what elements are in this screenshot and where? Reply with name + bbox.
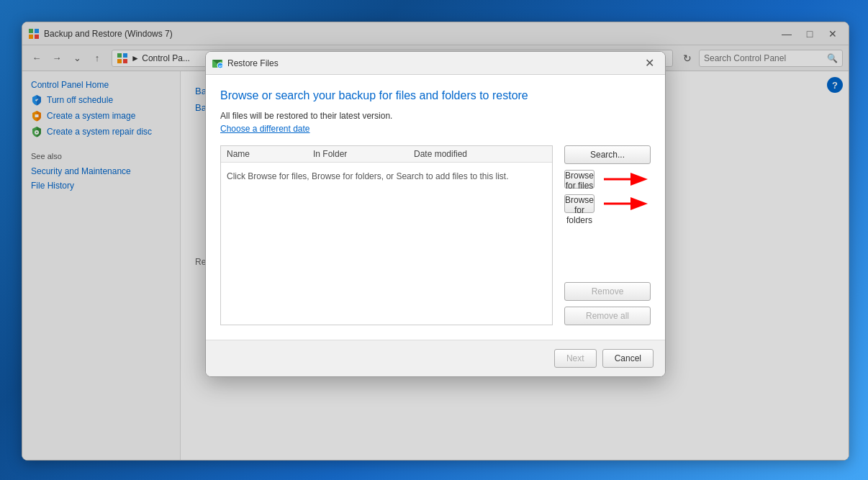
browse-folders-row: Browse for folders — [564, 194, 651, 213]
remove-button[interactable]: Remove — [564, 282, 651, 301]
file-list-header: Name In Folder Date modified — [221, 146, 552, 163]
next-button[interactable]: Next — [554, 349, 597, 368]
main-window: Backup and Restore (Windows 7) — □ ✕ ← →… — [22, 22, 849, 461]
dialog-body: Name In Folder Date modified Click Brows… — [220, 145, 651, 325]
dialog-close-button[interactable]: ✕ — [639, 56, 659, 71]
change-date-link[interactable]: Choose a different date — [220, 124, 310, 134]
restore-files-dialog: ↩ Restore Files ✕ Browse or search your … — [205, 51, 666, 377]
dialog-title: Restore Files — [227, 58, 639, 68]
col-name[interactable]: Name — [227, 149, 313, 159]
dialog-info: All files will be restored to their late… — [220, 111, 651, 121]
dialog-title-bar: ↩ Restore Files ✕ — [206, 52, 665, 75]
spacer — [564, 219, 651, 276]
remove-all-button[interactable]: Remove all — [564, 307, 651, 325]
browse-files-row: Browse for files — [564, 170, 651, 189]
dialog-footer: Next Cancel — [206, 340, 665, 376]
svg-text:↩: ↩ — [219, 64, 222, 68]
search-button[interactable]: Search... — [564, 145, 651, 164]
file-list: Name In Folder Date modified Click Brows… — [220, 145, 553, 325]
file-list-body: Click Browse for files, Browse for folde… — [221, 163, 552, 190]
browse-files-button[interactable]: Browse for files — [564, 170, 595, 189]
browse-folders-button[interactable]: Browse for folders — [564, 194, 595, 213]
modal-overlay: ↩ Restore Files ✕ Browse or search your … — [22, 22, 849, 460]
dialog-icon: ↩ — [212, 58, 223, 69]
dialog-content: Browse or search your backup for files a… — [206, 75, 665, 340]
browse-files-arrow — [600, 172, 651, 186]
dialog-actions: Search... Browse for files — [564, 145, 651, 325]
dialog-heading: Browse or search your backup for files a… — [220, 89, 651, 102]
col-date-modified[interactable]: Date modified — [414, 149, 546, 159]
col-in-folder[interactable]: In Folder — [313, 149, 414, 159]
empty-message: Click Browse for files, Browse for folde… — [227, 168, 546, 184]
browse-folders-arrow — [600, 196, 651, 211]
cancel-button[interactable]: Cancel — [602, 349, 654, 368]
